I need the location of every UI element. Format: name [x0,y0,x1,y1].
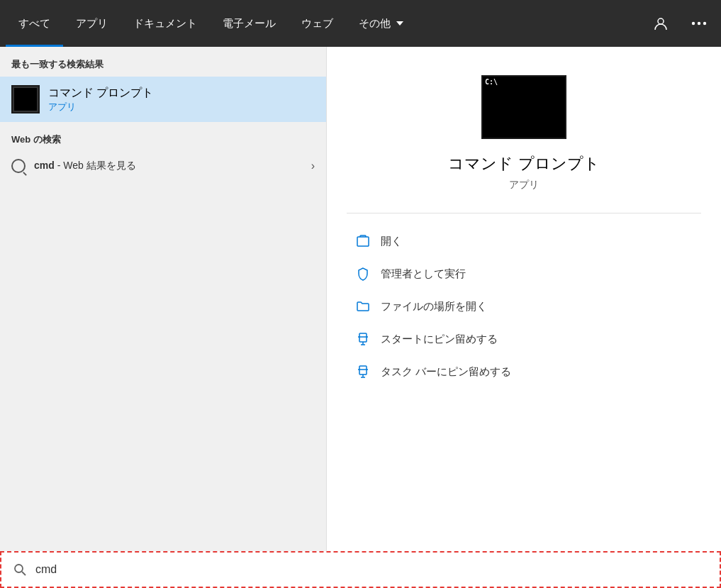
pin-start-icon [355,331,371,347]
nav-tab-all[interactable]: すべて [6,0,63,47]
more-icon [691,21,707,26]
app-type-label: アプリ [509,179,539,192]
svg-point-0 [658,18,664,24]
action-run-admin-label: 管理者として実行 [381,267,466,281]
app-preview-icon [481,75,566,139]
more-options-button[interactable] [683,16,715,31]
svg-rect-9 [359,366,367,375]
action-open-location-label: ファイルの場所を開く [381,300,487,314]
nav-tab-email[interactable]: 電子メール [210,0,289,47]
left-panel: 最も一致する検索結果 コマンド プロンプト アプリ Web の検索 cmd - … [0,47,326,551]
app-name-large: コマンド プロンプト [448,153,599,174]
best-match-text: コマンド プロンプト アプリ [48,86,153,113]
best-match-title: 最も一致する検索結果 [0,58,326,71]
open-icon [355,233,371,249]
best-match-app-name: コマンド プロンプト [48,86,153,101]
svg-point-2 [698,22,700,25]
chevron-right-icon: › [311,160,315,172]
action-pin-taskbar[interactable]: タスク バーにピン留めする [355,355,693,388]
web-search-title: Web の検索 [0,122,326,152]
action-open[interactable]: 開く [355,225,693,257]
svg-point-3 [703,22,706,25]
right-panel: コマンド プロンプト アプリ 開く [326,47,721,551]
search-bar-container [0,551,721,588]
nav-tab-other[interactable]: その他 [346,0,416,47]
person-icon-button[interactable] [644,10,677,37]
actions-list: 開く 管理者として実行 ファイルの場所を開く [327,225,721,388]
web-search-item[interactable]: cmd - Web 結果を見る › [0,152,326,180]
chevron-down-icon [396,21,403,26]
action-pin-start-label: スタートにピン留めする [381,333,498,346]
svg-rect-4 [357,237,369,246]
best-match-item[interactable]: コマンド プロンプト アプリ [0,77,326,122]
svg-rect-5 [359,333,367,342]
action-run-admin[interactable]: 管理者として実行 [355,257,693,290]
cmd-icon-inner [13,87,38,112]
main-content: 最も一致する検索結果 コマンド プロンプト アプリ Web の検索 cmd - … [0,47,721,551]
best-match-app-type: アプリ [48,101,153,113]
action-open-label: 開く [381,235,402,248]
nav-tab-docs[interactable]: ドキュメント [121,0,210,47]
nav-tab-apps[interactable]: アプリ [63,0,121,47]
web-search-text: cmd - Web 結果を見る [34,160,311,172]
cmd-app-icon [11,85,40,113]
svg-point-13 [15,565,23,572]
action-pin-taskbar-label: タスク バーにピン留めする [381,365,511,379]
action-open-location[interactable]: ファイルの場所を開く [355,290,693,323]
person-icon [653,16,669,31]
svg-point-1 [692,22,695,25]
search-input[interactable] [35,563,708,576]
top-nav-bar: すべて アプリ ドキュメント 電子メール ウェブ その他 [0,0,721,47]
nav-tab-web[interactable]: ウェブ [289,0,346,47]
shield-icon [355,266,371,282]
divider [347,213,701,213]
folder-icon [355,299,371,314]
action-pin-start[interactable]: スタートにピン留めする [355,323,693,355]
search-icon [11,159,26,173]
web-search-query: cmd [34,160,55,171]
pin-taskbar-icon [355,364,371,379]
svg-line-14 [22,572,26,575]
search-bar-icon [13,562,27,577]
nav-right-actions [644,0,715,47]
web-search-suffix: - Web 結果を見る [55,160,136,171]
